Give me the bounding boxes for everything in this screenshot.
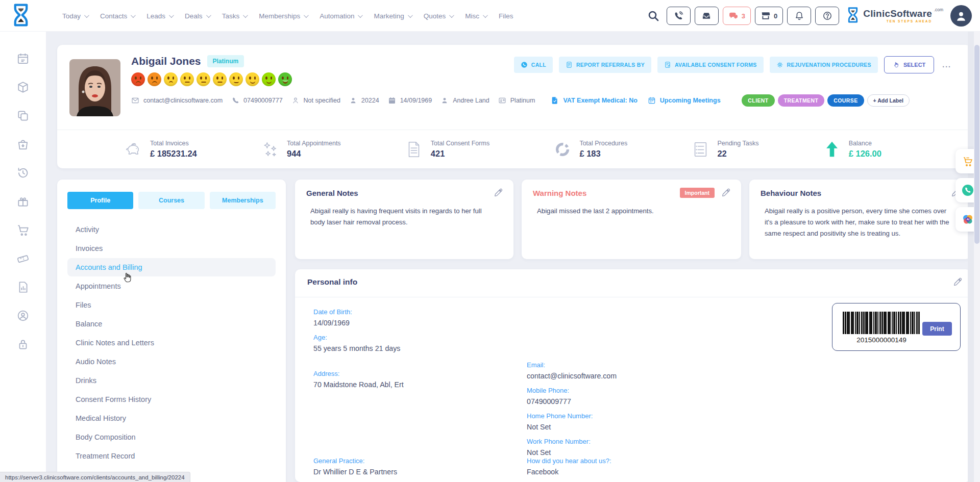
pointer-icon [893, 61, 900, 68]
cart-icon[interactable] [16, 223, 30, 237]
contact-chip: Platinum [498, 96, 535, 105]
menu-item[interactable]: Activity [67, 220, 276, 239]
menu-item[interactable]: Files [67, 296, 276, 314]
chat-button[interactable]: 3 [723, 7, 751, 25]
mood-face[interactable] [148, 72, 161, 86]
field-value: Facebook [527, 468, 740, 476]
gift-icon[interactable] [16, 195, 30, 208]
header-action-button[interactable]: REPORT REFERRALS BY [559, 57, 651, 73]
edit-personal-info-icon[interactable] [953, 277, 963, 287]
menu-item[interactable]: Treatment Record [67, 447, 276, 465]
mood-face[interactable] [197, 72, 210, 86]
search-icon[interactable] [647, 10, 659, 22]
nav-item[interactable]: Contacts [100, 12, 134, 20]
client-name: Abigail Jones [131, 55, 201, 67]
nav-item[interactable]: Tasks [222, 12, 247, 20]
select-button[interactable]: SELECT [884, 56, 934, 73]
report-chart-icon[interactable] [16, 281, 30, 294]
page-scrollbar[interactable] [974, 32, 980, 482]
panel-tab[interactable]: Memberships [210, 192, 276, 209]
menu-item[interactable]: Drinks [67, 371, 276, 390]
menu-item[interactable]: Invoices [67, 239, 276, 258]
note-body: Abigail really is a positive person, eve… [761, 206, 950, 239]
nav-item[interactable]: Memberships [259, 12, 307, 20]
phone-icon [231, 96, 239, 105]
menu-item[interactable]: Medical History [67, 409, 276, 427]
topbar: Today Contacts Leads Deals Tasks Members… [0, 0, 980, 32]
chat-icon [728, 11, 739, 21]
menu-item[interactable]: Appointments [67, 277, 276, 295]
nav-item[interactable]: Marketing [374, 12, 411, 20]
mood-face[interactable] [164, 72, 178, 86]
dialer-button[interactable] [667, 7, 691, 25]
user-avatar[interactable] [950, 5, 972, 27]
inbox-button[interactable] [695, 7, 719, 25]
copy-icon[interactable] [16, 109, 30, 122]
field-label: Home Phone Number: [527, 412, 617, 420]
calendar-date-icon[interactable] [16, 52, 30, 65]
help-button[interactable] [815, 7, 839, 25]
nav-item[interactable]: Today [62, 12, 88, 20]
lock-icon[interactable] [16, 338, 30, 351]
notifications-button[interactable] [787, 7, 811, 25]
support-icon[interactable] [16, 309, 30, 322]
brand-tagline: TEN STEPS AHEAD [863, 20, 932, 23]
shop-button[interactable]: 0 [755, 7, 783, 25]
scrollbar-thumb[interactable] [974, 45, 979, 244]
panel-tab[interactable]: Courses [138, 192, 204, 209]
mood-face[interactable] [278, 72, 292, 86]
mood-face[interactable] [229, 72, 243, 86]
menu-item[interactable]: Accounts and Billing [67, 258, 276, 276]
nav-item[interactable]: Misc [465, 12, 486, 20]
personal-info-card: Personal info Date of Birth: 14/09/1969 … [295, 269, 971, 482]
action-buttons: CALL REPORT REFERRALS BY AVAILABLE CONSE… [514, 57, 878, 73]
mood-face[interactable] [131, 72, 145, 86]
menu-item[interactable]: Balance [67, 315, 276, 333]
more-options-button[interactable]: ... [940, 59, 953, 71]
panel-tab[interactable]: Profile [67, 192, 133, 209]
field-value: 70 Maidstone Road, Abl, Ert [313, 380, 404, 389]
meetings-calendar-icon [648, 96, 656, 105]
add-label-button[interactable]: + Add Label [867, 94, 910, 107]
quick-link[interactable]: Upcoming Meetings [648, 96, 721, 105]
menu-item[interactable]: Audio Notes [67, 352, 276, 371]
call-circle-icon [521, 61, 528, 68]
client-photo[interactable] [69, 59, 120, 116]
user-icon [954, 9, 968, 22]
status-url: https://server3.clinicsoftware.com/clien… [5, 474, 185, 480]
brand-name: ClinicSoftware [863, 8, 932, 19]
personal-field: General Practice: Dr Whillier D E & Part… [313, 457, 527, 476]
history-icon[interactable] [16, 166, 30, 180]
basket-icon[interactable] [16, 138, 30, 151]
nav-item[interactable]: Automation [320, 12, 361, 20]
nav-item[interactable]: Leads [146, 12, 173, 20]
header-action-button[interactable]: REJUVENATION PROCEDURES [770, 57, 878, 73]
phone-icon [962, 184, 974, 196]
nav-item[interactable]: Files [499, 12, 513, 20]
icon-rail [0, 32, 46, 482]
mood-face[interactable] [262, 72, 276, 86]
mood-face[interactable] [180, 72, 194, 86]
header-action-button[interactable]: CALL [514, 57, 553, 73]
nav-item[interactable]: Deals [185, 12, 210, 20]
clinic-crm-app: Today Contacts Leads Deals Tasks Members… [0, 0, 980, 482]
nav-item[interactable]: Quotes [424, 12, 453, 20]
piggy-bank-icon [124, 140, 143, 159]
mood-face[interactable] [213, 72, 227, 86]
quick-link[interactable]: VAT Exempt Medical: No [551, 96, 637, 105]
edit-warning-notes-icon[interactable] [721, 188, 731, 197]
edit-general-notes-icon[interactable] [494, 188, 503, 197]
chevron-down-icon [169, 13, 174, 18]
voucher-icon[interactable] [16, 252, 30, 265]
stat-label: Total Appointments [287, 140, 341, 147]
menu-item[interactable]: Body Composition [67, 428, 276, 446]
menu-item[interactable]: Clinic Notes and Letters [67, 334, 276, 352]
print-barcode-button[interactable]: Print [922, 322, 952, 336]
package-icon[interactable] [16, 81, 30, 94]
mood-face[interactable] [246, 72, 259, 86]
stat: Total Invoices £ 185231.24 [124, 140, 197, 159]
client-side-panel: Profile Courses Memberships Activity Inv… [57, 180, 286, 482]
header-action-button[interactable]: AVAILABLE CONSENT FORMS [657, 57, 764, 73]
brand-logo: ClinicSoftware .com TEN STEPS AHEAD [846, 7, 943, 24]
menu-item[interactable]: Consent Forms History [67, 390, 276, 409]
